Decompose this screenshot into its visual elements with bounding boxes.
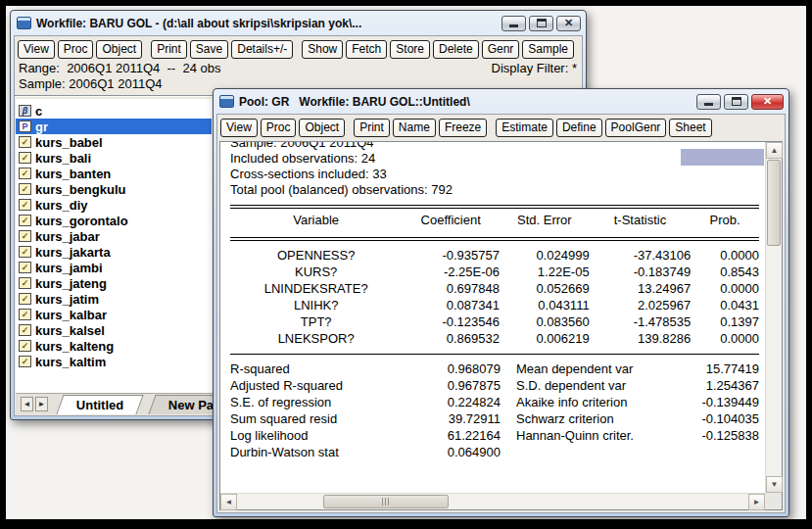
screenshot-root: Workfile: BARU GOL - (d:\all about skrip… [0, 0, 812, 529]
toolbar-button-store[interactable]: Store [390, 40, 430, 59]
scroll-right-icon[interactable]: ► [748, 494, 765, 510]
toolbar-button-object[interactable]: Object [299, 119, 345, 137]
stat-value: -0.104035 [698, 410, 759, 427]
stat-label: Log likelihood [230, 427, 403, 444]
toolbar-button-freeze[interactable]: Freeze [439, 119, 487, 137]
coefficient-icon: β [19, 105, 31, 117]
info-cross-sections: Cross-sections included: 33 [230, 167, 759, 182]
toolbar-button-view[interactable]: View [220, 119, 258, 137]
maximize-button[interactable] [724, 94, 748, 110]
pool-titlebar: Pool: GR Workfile: BARU GOL::Untitled\ ✕ [214, 89, 788, 114]
tab-scroll-left-icon[interactable]: ◄ [21, 397, 33, 411]
list-item-kurs-jatim[interactable]: ✓kurs_jatim [16, 291, 212, 307]
minimize-button[interactable] [696, 94, 721, 110]
horizontal-scroll-thumb[interactable] [323, 495, 449, 508]
cell-t-statistic: 2.025967 [590, 297, 692, 313]
toolbar-button-proc[interactable]: Proc [261, 119, 297, 137]
toolbar-button-save[interactable]: Save [190, 40, 228, 59]
toolbar-button-poolgenr[interactable]: PoolGenr [605, 119, 667, 137]
range-label: Range: 2006Q1 2011Q4 -- 24 obs [19, 61, 220, 75]
toolbar-button-object[interactable]: Object [96, 40, 142, 59]
col-header-prob: Prob. [691, 213, 759, 227]
toolbar-button-genr[interactable]: Genr [482, 40, 520, 59]
list-item-gr[interactable]: Pgr [16, 119, 212, 134]
toolbar-button-sample[interactable]: Sample [522, 40, 574, 59]
cell-coefficient: 0.087341 [402, 297, 500, 313]
list-item-kurs-kalsel[interactable]: ✓kurs_kalsel [16, 322, 212, 338]
series-icon: ✓ [19, 340, 31, 352]
horizontal-scrollbar: ◄ ► [220, 493, 765, 509]
stat-value: 0.064900 [403, 444, 501, 460]
cell-t-statistic: -37.43106 [590, 247, 692, 264]
col-header-coefficient: Coefficient [402, 213, 500, 227]
toolbar-button-print[interactable]: Print [151, 40, 187, 59]
stats-row-log-likelihood: Log likelihood 61.22164 Hannan-Quinn cri… [230, 427, 759, 444]
toolbar-button-fetch[interactable]: Fetch [346, 40, 387, 59]
toolbar-button-estimate[interactable]: Estimate [496, 119, 553, 137]
display-filter-label: Display Filter: * [492, 61, 577, 76]
toolbar-button-details[interactable]: Details+/- [231, 40, 293, 59]
stat-value: 1.254367 [698, 377, 759, 394]
separator-single [230, 354, 759, 355]
maximize-button[interactable] [529, 16, 553, 31]
workfile-titlebar: Workfile: BARU GOL - (d:\all about skrip… [11, 11, 586, 35]
table-row-kurs: KURS? -2.25E-06 1.22E-05 -0.183749 0.854… [230, 264, 759, 280]
minimize-icon [704, 103, 713, 106]
scroll-up-icon[interactable]: ▲ [766, 142, 783, 159]
toolbar-button-sheet[interactable]: Sheet [669, 119, 711, 137]
toolbar-button-proc[interactable]: Proc [58, 40, 94, 59]
vertical-scroll-thumb[interactable] [767, 160, 781, 246]
stat-label: R-squared [230, 361, 403, 377]
info-total-observations: Total pool (balanced) observations: 792 [230, 182, 759, 198]
toolbar-button-print[interactable]: Print [354, 119, 390, 137]
cell-std-error: 1.22E-05 [500, 264, 590, 280]
cell-t-statistic: -1.478535 [590, 313, 692, 330]
list-item-kurs-banten[interactable]: ✓kurs_banten [16, 166, 212, 181]
minimize-icon [509, 24, 518, 27]
list-item-kurs-kalbar[interactable]: ✓kurs_kalbar [16, 307, 212, 322]
series-icon: ✓ [19, 215, 31, 226]
table-header-row: Variable Coefficient Std. Error t-Statis… [230, 210, 759, 230]
toolbar-button-show[interactable]: Show [302, 40, 343, 59]
tab-scroll-right-icon[interactable]: ► [35, 397, 48, 411]
list-item-kurs-gorontalo[interactable]: ✓kurs_gorontalo [16, 213, 212, 228]
toolbar-button-view[interactable]: View [18, 40, 55, 59]
list-item-kurs-jabar[interactable]: ✓kurs_jabar [16, 228, 212, 244]
toolbar-button-define[interactable]: Define [556, 119, 602, 137]
cell-variable: LNEKSPOR? [230, 330, 402, 347]
list-item-kurs-kaltim[interactable]: ✓kurs_kaltim [16, 354, 212, 369]
workfile-caption-buttons: ✕ [499, 16, 581, 31]
series-icon: ✓ [19, 277, 31, 289]
list-item-kurs-jateng[interactable]: ✓kurs_jateng [16, 275, 212, 291]
cell-prob: 0.1397 [691, 313, 759, 330]
stat-value: 0.967875 [403, 377, 501, 394]
minimize-button[interactable] [502, 16, 526, 31]
cell-t-statistic: 13.24967 [590, 280, 692, 297]
list-item-kurs-bengkulu[interactable]: ✓kurs_bengkulu [16, 181, 212, 197]
toolbar-button-delete[interactable]: Delete [433, 40, 479, 59]
range-row: Range: 2006Q1 2011Q4 -- 24 obs Display F… [15, 61, 582, 76]
list-item-kurs-diy[interactable]: ✓kurs_diy [16, 197, 212, 213]
pool-toolbar: View Proc Object Print Name Freeze Estim… [217, 115, 785, 139]
scroll-left-icon[interactable]: ◄ [220, 494, 237, 510]
list-item-kurs-jambi[interactable]: ✓kurs_jambi [16, 260, 212, 275]
cell-t-statistic: 139.8286 [590, 330, 692, 347]
list-item-c[interactable]: βc [16, 103, 212, 119]
separator-double [230, 237, 759, 241]
table-row-lnihk: LNIHK? 0.087341 0.043111 2.025967 0.0431 [230, 297, 759, 313]
col-header-std-error: Std. Error [500, 213, 590, 227]
list-item-kurs-babel[interactable]: ✓kurs_babel [16, 134, 212, 150]
stats-row-durbin-watson: Durbin-Watson stat 0.064900 [230, 444, 759, 460]
close-button[interactable]: ✕ [751, 94, 784, 110]
scroll-down-icon[interactable]: ▼ [766, 476, 783, 493]
toolbar-button-name[interactable]: Name [393, 119, 436, 137]
tab-untitled[interactable]: Untitled [56, 395, 144, 414]
close-button[interactable]: ✕ [556, 16, 581, 31]
series-icon: ✓ [19, 356, 31, 367]
stat-label: Akaike info criterion [516, 394, 698, 410]
cell-coefficient: 0.697848 [402, 280, 500, 297]
list-item-kurs-bali[interactable]: ✓kurs_bali [16, 150, 212, 166]
list-item-kurs-kalteng[interactable]: ✓kurs_kalteng [16, 338, 212, 354]
workfile-toolbar: View Proc Object Print Save Details+/- S… [15, 36, 582, 61]
list-item-kurs-jakarta[interactable]: ✓kurs_jakarta [16, 244, 212, 260]
